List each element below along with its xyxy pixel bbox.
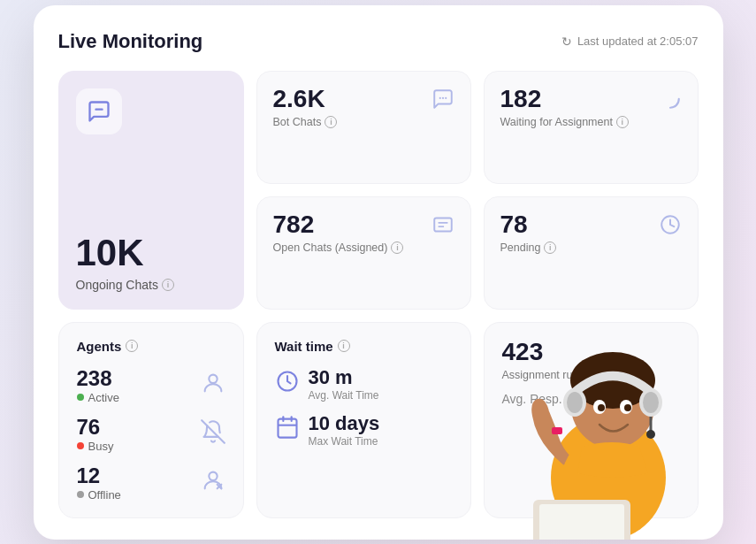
ongoing-label: Ongoing Chats i	[76, 278, 226, 292]
agents-card: Agents i 238 Active	[58, 322, 244, 518]
svg-point-4	[661, 90, 679, 108]
avg-wait-item: 30 m Avg. Wait Time	[275, 366, 453, 402]
max-wait-item: 10 days Max Wait Time	[275, 412, 453, 448]
active-dot	[77, 394, 84, 401]
bot-chats-info[interactable]: i	[325, 116, 337, 128]
waiting-card: 182 Waiting for Assignment i	[484, 71, 699, 184]
svg-point-3	[445, 96, 447, 98]
open-chat-icon	[431, 213, 454, 241]
pending-label: Pending i	[500, 241, 557, 254]
agents-info[interactable]: i	[126, 340, 138, 352]
active-count: 238	[77, 366, 119, 391]
svg-line-10	[202, 420, 225, 443]
agent-active-icon	[201, 371, 225, 400]
agent-offline-icon	[201, 468, 225, 497]
page-title: Live Monitoring	[58, 30, 203, 53]
waiting-info[interactable]: i	[616, 116, 629, 128]
offline-agent-row: 12 Offline	[77, 464, 225, 502]
open-chats-info[interactable]: i	[391, 241, 403, 254]
spinner-icon	[659, 88, 682, 116]
svg-point-11	[209, 471, 217, 479]
agents-header: Agents i	[77, 339, 225, 354]
open-chats-label: Open Chats (Assigned) i	[273, 241, 404, 254]
waiting-value: 182	[500, 86, 629, 113]
avg-wait-icon	[275, 369, 300, 399]
pending-info[interactable]: i	[544, 241, 556, 254]
agent-busy-icon	[201, 419, 225, 448]
pending-value: 78	[500, 211, 557, 239]
offline-dot	[77, 491, 84, 498]
ongoing-number: 10K Ongoing Chats i	[76, 196, 226, 292]
speech-bubble-icon	[431, 88, 454, 116]
svg-rect-5	[434, 218, 452, 231]
avg-wait-label: Avg. Wait Time	[309, 389, 379, 402]
bottom-grid: Agents i 238 Active	[58, 322, 699, 518]
open-chats-card: 782 Open Chats (Assigned) i	[256, 196, 471, 310]
clock-icon	[659, 213, 682, 241]
svg-point-1	[439, 96, 440, 98]
avg-wait-value: 30 m	[309, 366, 379, 389]
wait-time-card: Wait time i 30 m Avg. Wait Time	[256, 322, 471, 518]
ongoing-icon-wrap	[76, 88, 122, 134]
assignment-card: 423 Assignment running i Avg. Resp...	[484, 322, 699, 518]
waiting-label: Waiting for Assignment i	[500, 116, 629, 128]
max-wait-label: Max Wait Time	[309, 435, 380, 448]
assignment-value: 423	[502, 339, 680, 366]
busy-status: Busy	[77, 440, 114, 453]
max-wait-value: 10 days	[309, 412, 380, 435]
wait-time-header: Wait time i	[275, 339, 453, 354]
active-status: Active	[77, 391, 119, 404]
busy-agent-row: 76 Busy	[77, 415, 225, 453]
dashboard-card: Live Monitoring ↻ Last updated at 2:05:0…	[34, 5, 723, 540]
max-wait-icon	[275, 415, 300, 445]
assignment-sublabel: Avg. Resp...	[502, 392, 680, 406]
waittime-info[interactable]: i	[338, 340, 350, 352]
top-grid: 10K Ongoing Chats i 2.6K Bot Chats i	[58, 71, 699, 310]
assignment-info[interactable]: i	[603, 369, 615, 381]
offline-count: 12	[77, 464, 121, 488]
svg-point-9	[209, 374, 217, 382]
chat-icon	[87, 99, 111, 124]
pending-card: 78 Pending i	[484, 196, 699, 310]
bot-chats-label: Bot Chats i	[273, 116, 338, 128]
assignment-label: Assignment running i	[502, 369, 680, 381]
ongoing-info-icon[interactable]: i	[162, 279, 174, 291]
last-updated: ↻ Last updated at 2:05:07	[561, 34, 699, 49]
open-chats-value: 782	[273, 211, 404, 239]
bot-chats-value: 2.6K	[273, 86, 338, 113]
svg-rect-15	[278, 418, 296, 437]
svg-point-2	[441, 96, 443, 98]
busy-dot	[77, 442, 84, 449]
ongoing-chats-card: 10K Ongoing Chats i	[58, 71, 244, 310]
active-agent-row: 238 Active	[77, 366, 225, 404]
busy-count: 76	[77, 415, 114, 440]
offline-status: Offline	[77, 488, 121, 502]
refresh-icon: ↻	[561, 34, 572, 49]
bot-chats-card: 2.6K Bot Chats i	[256, 71, 471, 184]
header: Live Monitoring ↻ Last updated at 2:05:0…	[58, 30, 699, 53]
